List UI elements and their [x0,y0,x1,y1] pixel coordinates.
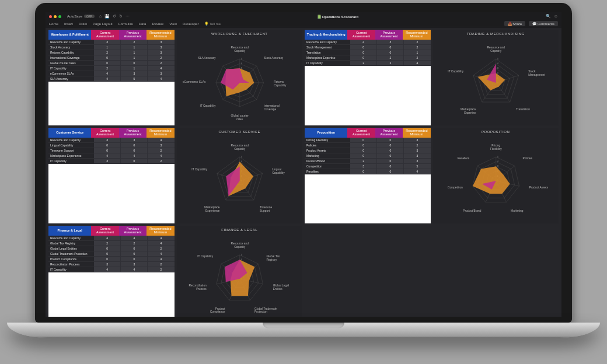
cell-current[interactable]: 3 [94,262,120,267]
tell-me-search[interactable]: Tell me [204,22,221,26]
cell-previous[interactable]: 0 [120,246,147,251]
table-row[interactable]: Global Trademark Protection004 [48,251,175,257]
undo-icon[interactable]: ↺ [113,14,116,19]
cell-minimum[interactable]: 3 [147,143,174,148]
more-icon[interactable]: ⋯ [125,14,130,19]
cell-minimum[interactable]: 4 [147,138,174,143]
search-icon[interactable]: 🔍 [546,14,551,19]
cell-previous[interactable]: 2 [376,55,403,61]
table-row[interactable]: Stock Accuracy113 [48,45,175,50]
cell-previous[interactable]: 5 [120,76,147,82]
cell-minimum[interactable]: 4 [403,61,430,66]
cell-minimum[interactable]: 2 [147,148,174,153]
tab-data[interactable]: Data [139,22,146,26]
table-row[interactable]: Global Legal Entities002 [48,246,175,251]
cell-previous[interactable]: 3 [120,138,147,143]
cell-minimum[interactable]: 3 [403,148,430,153]
cell-minimum[interactable]: 5 [403,164,430,169]
tab-insert[interactable]: Insert [64,22,73,26]
table-row[interactable]: Resource and Capacity334 [48,138,175,143]
cell-minimum[interactable]: 2 [147,262,174,267]
table-row[interactable]: Pricing Flexibility003 [305,138,431,143]
cell-minimum[interactable]: 4 [147,153,174,159]
cell-current[interactable]: 4 [94,236,120,241]
cell-minimum[interactable]: 2 [147,55,174,61]
cell-previous[interactable]: 0 [120,257,147,262]
cell-previous[interactable]: 0 [376,45,403,50]
cell-current[interactable]: 3 [94,138,120,143]
table-row[interactable]: Global Tax Registry224 [48,241,175,246]
cell-current[interactable]: 2 [94,241,120,246]
cell-current[interactable]: 1 [94,45,120,50]
redo-icon[interactable]: ↻ [119,14,123,19]
cell-current[interactable]: 4 [94,71,120,76]
cell-current[interactable]: 4 [94,153,120,159]
window-controls[interactable] [49,15,61,18]
cell-previous[interactable]: 4 [120,236,147,241]
cell-current[interactable]: 3 [94,159,120,164]
cell-previous[interactable]: 0 [120,159,147,164]
cell-current[interactable]: 0 [350,148,376,153]
cell-current[interactable]: 0 [350,138,376,143]
table-row[interactable]: IT Capability442 [48,267,175,272]
cell-previous[interactable]: 3 [120,71,147,76]
cell-previous[interactable]: 3 [120,262,147,267]
table-row[interactable]: Stock Management002 [305,45,431,50]
cell-previous[interactable]: 0 [376,153,403,159]
table-row[interactable]: Resource and Capacity323 [48,40,175,45]
comments-button[interactable]: 💬 Comments [529,21,558,26]
tab-home[interactable]: Home [49,22,58,26]
cell-minimum[interactable]: 3 [403,159,430,164]
cell-current[interactable]: 0 [350,45,376,50]
cell-previous[interactable]: 2 [376,61,403,66]
tab-page-layout[interactable]: Page Layout [93,22,113,26]
table-row[interactable]: Timezone Support002 [48,148,175,153]
table-row[interactable]: Translation001 [305,50,431,55]
cell-minimum[interactable]: 3 [403,138,430,143]
share-button[interactable]: 📤 Share [504,21,526,26]
cell-previous[interactable]: 0 [120,251,147,257]
table-row[interactable]: eCommerce SLAs433 [48,71,175,76]
close-icon[interactable] [49,15,52,18]
cell-current[interactable]: 0 [94,148,120,153]
cell-current[interactable]: 0 [350,169,376,174]
cell-previous[interactable]: 0 [376,50,403,55]
table-row[interactable]: IT Capability302 [48,159,175,164]
cell-minimum[interactable]: 2 [403,55,430,61]
cell-minimum[interactable]: 3 [147,40,174,45]
cell-current[interactable]: 0 [350,55,376,61]
save-icon[interactable]: 💾 [104,14,110,19]
cell-minimum[interactable]: 2 [147,159,174,164]
home-icon[interactable]: ⌂ [99,14,102,19]
cell-minimum[interactable]: 1 [403,50,430,55]
cell-previous[interactable]: 4 [120,267,147,272]
cell-current[interactable]: 0 [94,61,120,66]
autosave-toggle[interactable]: AutoSave OFF [67,15,95,18]
account-icon[interactable]: ☺ [554,14,558,19]
cell-previous[interactable]: 1 [120,66,147,71]
cell-minimum[interactable]: 4 [147,236,174,241]
cell-previous[interactable]: 4 [120,153,147,159]
maximize-icon[interactable] [58,15,61,18]
cell-previous[interactable]: 0 [120,61,147,66]
table-row[interactable]: Resellers004 [305,169,431,174]
table-row[interactable]: Marketing003 [305,153,431,159]
cell-minimum[interactable]: 2 [147,267,174,272]
cell-current[interactable]: 3 [94,40,120,45]
cell-current[interactable]: 4 [94,76,120,82]
table-row[interactable]: Resource and Capacity444 [48,236,175,241]
cell-minimum[interactable]: 4 [147,66,174,71]
cell-current[interactable]: 0 [350,50,376,55]
cell-minimum[interactable]: 2 [403,45,430,50]
cell-previous[interactable]: 2 [120,40,147,45]
cell-minimum[interactable]: 4 [147,257,174,262]
tab-review[interactable]: Review [152,22,163,26]
cell-previous[interactable]: 0 [376,169,403,174]
cell-previous[interactable]: 0 [376,138,403,143]
cell-current[interactable]: 3 [350,164,376,169]
table-row[interactable]: Competition305 [305,164,431,169]
table-row[interactable]: Resource and Capacity432 [305,40,431,45]
cell-current[interactable]: 2 [350,159,376,164]
tab-draw[interactable]: Draw [79,22,87,26]
cell-current[interactable]: 0 [94,143,120,148]
